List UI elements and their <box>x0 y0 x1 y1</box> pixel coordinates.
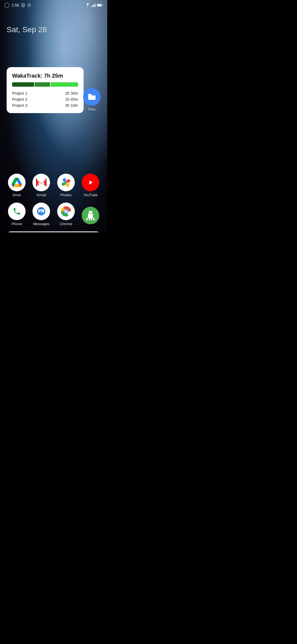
svg-rect-9 <box>94 4 94 7</box>
wallpaper <box>0 0 107 232</box>
robot-app[interactable] <box>79 207 101 226</box>
youtube-icon <box>85 179 96 186</box>
gmail-icon-wrap[interactable] <box>32 174 50 191</box>
wifi-icon <box>85 3 90 7</box>
phone-label: Phone <box>12 222 22 226</box>
svg-rect-19 <box>40 211 43 211</box>
drive-app[interactable]: Drive <box>6 174 28 197</box>
files-icon[interactable] <box>83 88 101 106</box>
wakatrack-widget[interactable]: WakaTrack: 7h 25m Project 1 2h 30m Proje… <box>7 67 84 113</box>
project-3-time: 3h 10m <box>65 103 78 108</box>
gmail-icon <box>36 178 46 187</box>
battery-icon <box>97 4 103 7</box>
drive-label: Drive <box>13 193 21 197</box>
messages-icon-wrap[interactable] <box>32 203 50 220</box>
search-bar[interactable] <box>4 231 103 232</box>
signal-icon <box>91 3 96 7</box>
wakatrack-title: WakaTrack: 7h 25m <box>12 73 78 79</box>
status-icons <box>85 3 103 7</box>
photos-icon-wrap[interactable] <box>57 174 75 191</box>
app-row-2: Phone Messages <box>0 203 107 226</box>
svg-point-25 <box>65 210 67 212</box>
photos-app[interactable]: Photos <box>55 174 77 197</box>
date-widget: Sat, Sep 28 <box>0 9 107 34</box>
android-icon <box>86 211 95 220</box>
date-text: Sat, Sep 28 <box>7 25 47 34</box>
svg-rect-3 <box>23 6 23 6</box>
project-3-name: Project 3 <box>12 103 27 108</box>
youtube-icon-wrap[interactable] <box>82 174 99 191</box>
project-row-1: Project 1 2h 30m <box>12 91 78 95</box>
drive-icon <box>12 177 22 188</box>
chrome-label: Chrome <box>60 222 72 226</box>
folder-icon <box>87 92 96 101</box>
project-2-name: Project 2 <box>12 97 27 102</box>
project-1-time: 2h 30m <box>65 91 78 95</box>
app-row-1: Drive Gmail <box>0 174 107 197</box>
svg-rect-2 <box>23 5 24 5</box>
waka-bar-segment-2 <box>35 82 50 87</box>
camera-cutout <box>4 3 9 8</box>
photos-label: Photos <box>61 193 72 197</box>
sim-notification-icon <box>21 3 25 7</box>
phone-icon-wrap[interactable] <box>8 203 26 220</box>
photos-icon <box>61 177 71 188</box>
project-row-2: Project 2 1h 45m <box>12 97 78 102</box>
phone-icon <box>12 207 21 216</box>
messages-label: Messages <box>33 222 50 226</box>
project-1-name: Project 1 <box>12 91 27 95</box>
svg-rect-7 <box>92 6 92 7</box>
status-bar: 1:58 <box>0 0 107 9</box>
project-2-time: 1h 45m <box>65 97 78 102</box>
status-left: 1:58 <box>4 3 31 8</box>
svg-point-6 <box>87 6 88 7</box>
chrome-icon <box>61 206 71 217</box>
clock-notification-icon <box>27 3 31 7</box>
youtube-label: YouTube <box>84 193 98 197</box>
status-time: 1:58 <box>12 3 19 7</box>
svg-rect-1 <box>23 5 23 5</box>
svg-rect-10 <box>95 4 95 7</box>
svg-rect-13 <box>97 4 101 6</box>
svg-rect-0 <box>22 4 24 7</box>
search-bar-container <box>4 231 103 232</box>
svg-rect-4 <box>23 6 24 6</box>
messages-app[interactable]: Messages <box>30 203 52 226</box>
messages-icon <box>36 206 46 216</box>
drive-icon-wrap[interactable] <box>8 174 26 191</box>
gmail-label: Gmail <box>37 193 46 197</box>
project-row-3: Project 3 3h 10m <box>12 103 78 108</box>
svg-rect-12 <box>102 5 102 6</box>
gmail-app[interactable]: Gmail <box>30 174 52 197</box>
svg-rect-15 <box>36 179 37 187</box>
waka-bar-segment-3 <box>51 82 78 87</box>
svg-rect-8 <box>93 5 93 7</box>
chrome-icon-wrap[interactable] <box>57 203 75 220</box>
wakatrack-bar <box>12 82 78 87</box>
waka-bar-segment-1 <box>12 82 34 87</box>
svg-rect-16 <box>45 179 46 187</box>
svg-rect-20 <box>40 211 42 212</box>
wakatrack-projects: Project 1 2h 30m Project 2 1h 45m Projec… <box>12 91 78 108</box>
files-app[interactable]: Files <box>83 88 101 111</box>
youtube-app[interactable]: YouTube <box>79 174 101 197</box>
chrome-app[interactable]: Chrome <box>55 203 77 226</box>
files-label: Files <box>88 107 95 111</box>
robot-icon-wrap[interactable] <box>82 207 99 224</box>
phone-app[interactable]: Phone <box>6 203 28 226</box>
